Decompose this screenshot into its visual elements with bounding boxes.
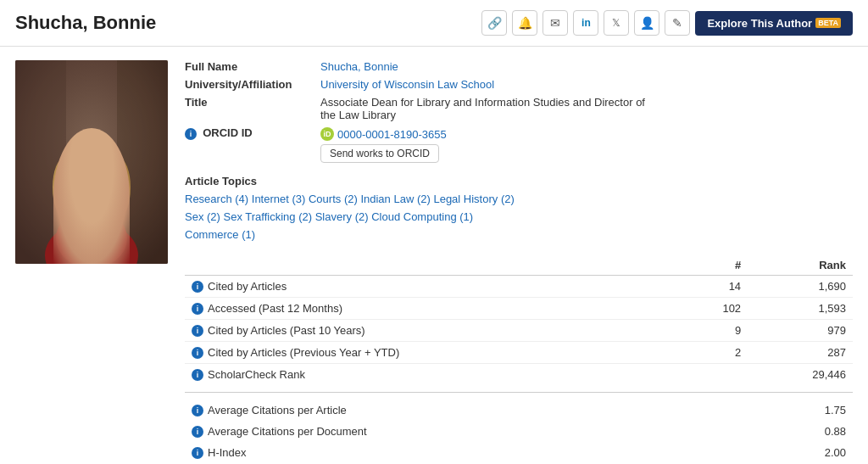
cited-prev-info-icon[interactable]: i — [192, 347, 203, 359]
link-icon-button[interactable]: 🔗 — [481, 10, 507, 36]
stats-header-row: # Rank — [185, 255, 853, 276]
stat-label-cited-10yr: i Cited by Articles (Past 10 Years) — [185, 320, 676, 342]
stat-label-cited-articles: i Cited by Articles — [185, 276, 676, 298]
orcid-row: i ORCID ID iD 0000-0001-8190-3655 Send w… — [185, 126, 853, 163]
orcid-value: iD 0000-0001-8190-3655 Send works to ORC… — [320, 126, 447, 163]
svg-point-6 — [59, 154, 124, 229]
page-title: Shucha, Bonnie — [15, 12, 156, 34]
accessed-rank: 1,593 — [748, 298, 853, 320]
averages-tbody: i Average Citations per Article 1.75 i A… — [185, 400, 853, 463]
stat-label-cited-prev-year: i Cited by Articles (Previous Year + YTD… — [185, 342, 676, 364]
cited-articles-value: 14 — [676, 276, 748, 298]
cited-10yr-value: 9 — [676, 320, 748, 342]
svg-point-8 — [53, 158, 76, 217]
svg-rect-2 — [117, 60, 168, 264]
svg-point-11 — [76, 188, 85, 195]
affiliation-label: University/Affiliation — [185, 78, 320, 91]
twitter-icon-button[interactable]: 𝕏 — [604, 10, 629, 36]
beta-badge: BETA — [815, 18, 841, 28]
orcid-label: i ORCID ID — [185, 126, 320, 140]
averages-table: i Average Citations per Article 1.75 i A… — [185, 400, 853, 463]
h-index-label: i H-Index — [185, 442, 748, 463]
avg-article-info-icon[interactable]: i — [192, 405, 203, 416]
author-photo — [15, 60, 168, 264]
stats-col-hash: # — [676, 255, 748, 276]
avg-doc-info-icon[interactable]: i — [192, 426, 203, 438]
cited-10yr-info-icon[interactable]: i — [192, 325, 203, 337]
title-label: Title — [185, 96, 320, 109]
stat-label-accessed: i Accessed (Past 12 Months) — [185, 298, 676, 320]
explore-btn-label: Explore This Author — [707, 17, 812, 30]
topic-legal-history[interactable]: Legal History (2) — [433, 193, 514, 205]
table-row: i H-Index 2.00 — [185, 442, 853, 463]
linkedin-icon-button[interactable]: in — [573, 10, 598, 36]
info-column: Full Name Shucha, Bonnie University/Affi… — [185, 60, 853, 463]
orcid-info-icon[interactable]: i — [185, 128, 197, 140]
svg-point-3 — [45, 221, 138, 264]
stat-label-scholarcheck: i ScholarCheck Rank — [185, 364, 676, 386]
fullname-link[interactable]: Shucha, Bonnie — [320, 60, 398, 73]
svg-point-9 — [107, 158, 131, 217]
stats-table: # Rank i Cited by Articles 14 1,690 — [185, 255, 853, 385]
orcid-id-link[interactable]: 0000-0001-8190-3655 — [337, 128, 447, 141]
avg-citations-doc-value: 0.88 — [748, 421, 853, 442]
svg-point-7 — [58, 145, 125, 193]
topic-cloud-computing[interactable]: Cloud Computing (1) — [371, 210, 473, 223]
scholarcheck-info-icon[interactable]: i — [192, 369, 203, 381]
affiliation-value: University of Wisconsin Law School — [320, 78, 494, 91]
table-row: i Cited by Articles 14 1,690 — [185, 276, 853, 298]
stats-tbody: i Cited by Articles 14 1,690 i Accessed … — [185, 276, 853, 386]
stats-col-rank: Rank — [748, 255, 853, 276]
affiliation-link[interactable]: University of Wisconsin Law School — [320, 78, 494, 91]
table-row: i ScholarCheck Rank 29,446 — [185, 364, 853, 386]
header-icons: 🔗 🔔 ✉ in 𝕏 👤 ✎ Explore This Author BETA — [481, 10, 853, 36]
scholarcheck-value — [676, 364, 748, 386]
avg-citations-doc-label: i Average Citations per Document — [185, 421, 748, 442]
accessed-info-icon[interactable]: i — [192, 303, 203, 315]
edit-icon-button[interactable]: ✎ — [665, 10, 690, 36]
table-row: i Average Citations per Article 1.75 — [185, 400, 853, 421]
avg-citations-article-value: 1.75 — [748, 400, 853, 421]
topic-sex[interactable]: Sex (2) — [185, 210, 220, 223]
svg-point-12 — [98, 188, 107, 195]
send-works-orcid-button[interactable]: Send works to ORCID — [320, 144, 439, 163]
table-row: i Average Citations per Document 0.88 — [185, 421, 853, 442]
cited-articles-info-icon[interactable]: i — [192, 281, 203, 293]
svg-point-4 — [56, 209, 127, 264]
stats-divider — [185, 392, 853, 393]
topic-internet[interactable]: Internet (3) — [252, 193, 306, 205]
title-row: Title Associate Dean for Library and Inf… — [185, 96, 853, 121]
svg-point-13 — [78, 190, 83, 195]
bell-icon-button[interactable]: 🔔 — [512, 10, 537, 36]
h-index-info-icon[interactable]: i — [192, 447, 203, 459]
title-value: Associate Dean for Library and Informati… — [320, 96, 659, 121]
fullname-value: Shucha, Bonnie — [320, 60, 398, 73]
author-photo-svg — [15, 60, 168, 264]
topics-label: Article Topics — [185, 175, 853, 187]
topic-research[interactable]: Research (4) — [185, 193, 248, 205]
orcid-badge: iD 0000-0001-8190-3655 — [320, 127, 447, 141]
user-icon-button[interactable]: 👤 — [634, 10, 659, 36]
topic-slavery[interactable]: Slavery (2) — [315, 210, 369, 223]
cited-prev-rank: 287 — [748, 342, 853, 364]
table-row: i Cited by Articles (Past 10 Years) 9 97… — [185, 320, 853, 342]
cited-articles-rank: 1,690 — [748, 276, 853, 298]
topic-commerce[interactable]: Commerce (1) — [185, 228, 255, 241]
fullname-label: Full Name — [185, 60, 320, 73]
cited-prev-value: 2 — [676, 342, 748, 364]
main-content: Full Name Shucha, Bonnie University/Affi… — [0, 47, 868, 464]
svg-point-10 — [59, 147, 124, 177]
explore-author-button[interactable]: Explore This Author BETA — [695, 11, 853, 36]
header: Shucha, Bonnie 🔗 🔔 ✉ in 𝕏 👤 ✎ Explore Th… — [0, 0, 868, 47]
avg-citations-article-label: i Average Citations per Article — [185, 400, 748, 421]
table-row: i Accessed (Past 12 Months) 102 1,593 — [185, 298, 853, 320]
stats-col-label — [185, 255, 676, 276]
topic-sex-trafficking[interactable]: Sex Trafficking (2) — [224, 210, 313, 223]
svg-rect-5 — [81, 203, 102, 228]
email-icon-button[interactable]: ✉ — [542, 10, 568, 36]
topic-courts[interactable]: Courts (2) — [309, 193, 358, 205]
topic-indian-law[interactable]: Indian Law (2) — [360, 193, 430, 205]
accessed-value: 102 — [676, 298, 748, 320]
info-table: Full Name Shucha, Bonnie University/Affi… — [185, 60, 853, 163]
scholarcheck-rank: 29,446 — [748, 364, 853, 386]
